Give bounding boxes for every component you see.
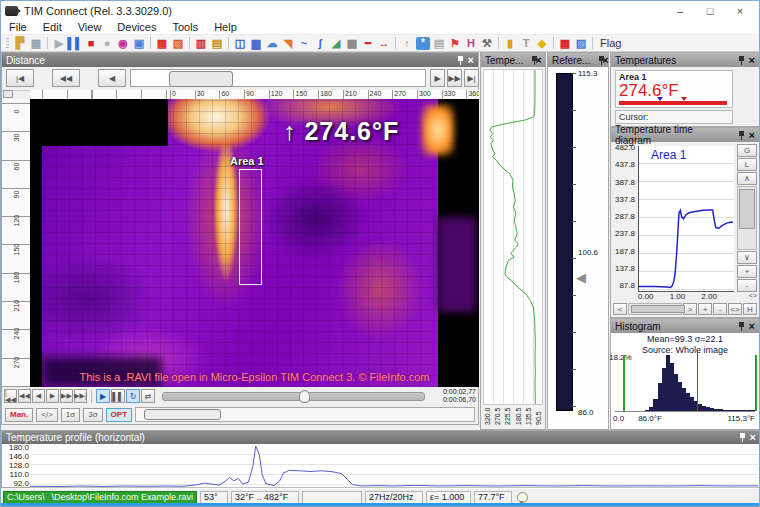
pin-icon[interactable] (738, 322, 745, 331)
pause-icon[interactable]: ▌▌ (67, 36, 83, 51)
thermal-image[interactable]: Area 1 ↑ 274.6°F This is a .RAVI file op… (30, 99, 479, 387)
record-stop-icon[interactable]: ■ (83, 36, 99, 51)
global-scale-button[interactable]: G (737, 144, 757, 157)
transport-button-5[interactable]: ▶▶| (74, 389, 87, 403)
playback-slider-thumb[interactable] (299, 390, 310, 403)
transport-button-2[interactable]: ◀ (32, 389, 45, 403)
zoom-in-button[interactable]: + (737, 265, 757, 278)
minimize-button[interactable]: – (665, 2, 695, 19)
transport-button-0[interactable]: |◀◀ (4, 389, 17, 403)
flag-label[interactable]: Flag (596, 37, 625, 49)
close-panel-icon[interactable] (749, 55, 755, 66)
menu-item-view[interactable]: View (70, 21, 110, 33)
zoom-out-button[interactable]: - (737, 279, 757, 292)
scroll-right-button[interactable]: > (683, 303, 697, 315)
pause-button[interactable]: ▌▌ (111, 389, 125, 403)
palette-table-icon[interactable]: ▦ (154, 36, 170, 51)
palette-edit-icon[interactable]: ▧ (170, 36, 186, 51)
pin-icon[interactable] (738, 131, 745, 140)
playback-slider-track[interactable] (162, 392, 425, 401)
snapshot-icon[interactable]: ◉ (115, 36, 131, 51)
h-zoom-out-button[interactable]: - (713, 303, 727, 315)
grid-icon[interactable]: ▤ (431, 36, 447, 51)
copy-icon[interactable]: ▣ (131, 36, 147, 51)
alarm-table-icon[interactable]: ▦ (557, 36, 573, 51)
h-zoom-in-button[interactable]: + (698, 303, 712, 315)
play-button[interactable]: ▶ (96, 389, 110, 403)
tools-icon[interactable]: ⚒ (479, 36, 495, 51)
temp-range-icon[interactable]: ▥ (193, 36, 209, 51)
pattern-icon[interactable]: ▩ (344, 36, 360, 51)
dashes-icon[interactable]: ╍ (360, 36, 376, 51)
hand-pointer-icon[interactable]: ↑ (399, 36, 415, 51)
integral-icon[interactable]: ∫ (312, 36, 328, 51)
transport-button-1[interactable]: ◀◀ (18, 389, 31, 403)
mode-button-1[interactable]: 1σ (61, 408, 80, 422)
transport-button-3[interactable]: ▶ (46, 389, 59, 403)
marker-icon[interactable]: H (463, 36, 479, 51)
hold-button[interactable]: H (743, 303, 757, 315)
save-icon[interactable]: ▦ (28, 36, 44, 51)
h-scrollbar-thumb[interactable] (631, 305, 685, 313)
frame-slider-thumb[interactable] (169, 71, 233, 87)
frame-back-button-1[interactable]: ◀◀ (52, 69, 80, 87)
loop-button[interactable]: ↻ (126, 389, 140, 403)
mode-button-3[interactable]: 3σ (83, 408, 102, 422)
mode-button-[interactable]: </> (36, 408, 58, 422)
axis-more-button[interactable]: <> (749, 292, 757, 299)
frame-forward-button-2[interactable]: ▶| (464, 69, 479, 87)
pin-icon[interactable] (738, 56, 745, 65)
close-panel-icon[interactable] (468, 55, 474, 66)
transport-button-4[interactable]: ▶▶ (60, 389, 73, 403)
step-button[interactable]: ⇄ (141, 389, 155, 403)
left-arrow-icon[interactable]: ◀ (576, 270, 586, 285)
v-scrollbar-track[interactable] (737, 186, 757, 250)
alarm-marker-low[interactable] (657, 97, 663, 101)
frame-slider-track[interactable] (130, 69, 426, 87)
hazard-icon[interactable]: ◆ (534, 36, 550, 51)
frame-forward-button-0[interactable]: ▶ (430, 69, 445, 87)
mode-slider-track[interactable] (135, 407, 475, 422)
text-tool-icon[interactable]: T (518, 36, 534, 51)
menu-item-edit[interactable]: Edit (35, 21, 70, 33)
bar-chart-icon[interactable]: ▆ (248, 36, 264, 51)
menu-item-devices[interactable]: Devices (109, 21, 164, 33)
close-panel-icon[interactable] (749, 321, 755, 332)
record-icon[interactable]: ● (99, 36, 115, 51)
range-export-icon[interactable]: ▤ (209, 36, 225, 51)
mode-button-opt[interactable]: OPT (106, 408, 132, 422)
measure-icon[interactable]: ↔ (376, 36, 392, 51)
snapshot-save-icon[interactable]: ▨ (573, 36, 589, 51)
maximize-button[interactable]: □ (695, 2, 725, 19)
h-zoom-fit-button[interactable]: <> (728, 303, 742, 315)
flags-icon[interactable]: ⚑ (447, 36, 463, 51)
mode-slider-thumb[interactable] (144, 409, 221, 420)
mode-button-man[interactable]: Man. (5, 408, 33, 422)
frame-back-button-0[interactable]: |◀ (6, 69, 34, 87)
freeze-icon[interactable]: * (416, 37, 430, 50)
scroll-left-button[interactable]: < (613, 303, 627, 315)
open-file-icon[interactable]: ▛ (12, 36, 28, 51)
close-button[interactable]: × (725, 2, 755, 19)
frame-back-button-2[interactable]: ◀ (98, 69, 126, 87)
comet-icon[interactable]: ◥ (280, 36, 296, 51)
v-scrollbar-thumb[interactable] (739, 189, 755, 229)
pin-icon[interactable] (739, 433, 746, 442)
menu-item-help[interactable]: Help (206, 21, 245, 33)
close-panel-icon[interactable] (750, 432, 756, 443)
device-setup-icon[interactable]: ◫ (232, 36, 248, 51)
measure-area-rect[interactable] (239, 169, 262, 285)
play-icon[interactable]: ▶ (51, 36, 67, 51)
alarm-marker-high[interactable] (681, 97, 687, 101)
local-scale-button[interactable]: L (737, 158, 757, 171)
h-scrollbar-track[interactable] (628, 303, 682, 315)
ruler-corner-box[interactable] (3, 90, 13, 98)
frame-forward-button-1[interactable]: ▶▶ (447, 69, 462, 87)
scroll-up-button[interactable]: ∧ (737, 172, 757, 185)
cloud-icon[interactable]: ☁ (264, 36, 280, 51)
scroll-down-button[interactable]: ∨ (737, 251, 757, 264)
menu-item-file[interactable]: File (1, 21, 35, 33)
door-icon[interactable]: ▮ (502, 36, 518, 51)
curve-icon[interactable]: ~ (296, 36, 312, 51)
pin-icon[interactable] (457, 56, 464, 65)
